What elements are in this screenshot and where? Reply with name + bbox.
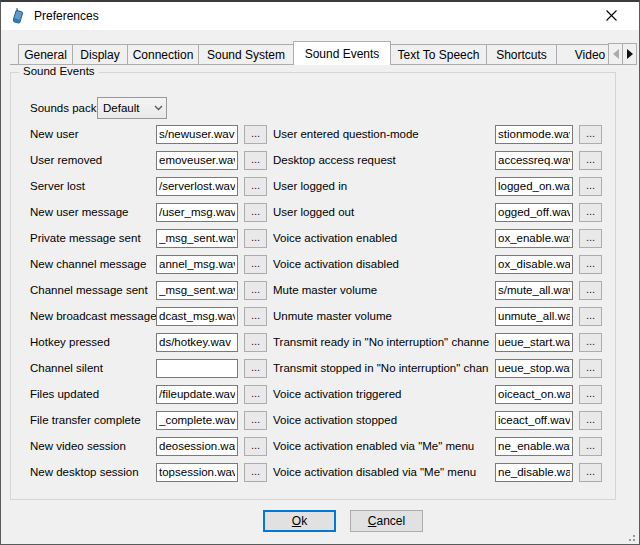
tab-shortcuts[interactable]: Shortcuts [486, 44, 557, 65]
browse-button[interactable]: ... [579, 203, 602, 222]
sound-file-input[interactable] [495, 385, 573, 404]
sounds-pack-select[interactable]: Default [97, 97, 167, 119]
event-label: Transmit stopped in "No interruption" ch… [273, 362, 489, 374]
browse-button[interactable]: ... [244, 125, 267, 144]
browse-button[interactable]: ... [579, 281, 602, 300]
ok-button[interactable]: Ok [263, 510, 336, 532]
browse-button[interactable]: ... [579, 437, 602, 456]
tab-text-to-speech[interactable]: Text To Speech [390, 44, 487, 65]
browse-button[interactable]: ... [579, 385, 602, 404]
browse-button[interactable]: ... [244, 463, 267, 482]
event-label: New user [30, 128, 156, 140]
sound-file-input[interactable] [156, 333, 238, 352]
sound-file-input[interactable] [495, 255, 573, 274]
table-row: New video session...Voice activation ena… [30, 433, 611, 459]
event-label: New desktop session [30, 466, 156, 478]
sound-file-input[interactable] [156, 307, 238, 326]
browse-button[interactable]: ... [244, 385, 267, 404]
sounds-pack-value: Default [98, 102, 150, 114]
app-icon [10, 8, 26, 24]
sound-file-input[interactable] [156, 359, 238, 378]
tab-connection[interactable]: Connection [127, 44, 199, 65]
browse-button[interactable]: ... [244, 255, 267, 274]
tab-sound-events[interactable]: Sound Events [293, 41, 391, 65]
sound-file-input[interactable] [156, 463, 238, 482]
sound-file-input[interactable] [495, 203, 573, 222]
sound-file-input[interactable] [156, 437, 238, 456]
sound-file-input[interactable] [156, 411, 238, 430]
sound-file-input[interactable] [156, 281, 238, 300]
tab-video[interactable]: Video [556, 44, 611, 65]
event-label: Unmute master volume [273, 310, 489, 322]
browse-button[interactable]: ... [244, 307, 267, 326]
sound-file-input[interactable] [495, 177, 573, 196]
event-label: Mute master volume [273, 284, 489, 296]
cancel-label: ancel [376, 514, 405, 528]
browse-button[interactable]: ... [244, 203, 267, 222]
browse-button[interactable]: ... [579, 125, 602, 144]
sound-file-input[interactable] [495, 437, 573, 456]
sound-file-input[interactable] [156, 255, 238, 274]
tab-scroll-left-button[interactable] [608, 43, 623, 65]
tab-sound-system[interactable]: Sound System [198, 44, 294, 65]
sound-file-input[interactable] [156, 203, 238, 222]
browse-button[interactable]: ... [244, 411, 267, 430]
sound-file-input[interactable] [156, 125, 238, 144]
sound-file-input[interactable] [495, 463, 573, 482]
browse-button[interactable]: ... [244, 229, 267, 248]
browse-button[interactable]: ... [579, 307, 602, 326]
event-label: Voice activation stopped [273, 414, 489, 426]
event-label: Voice activation enabled via "Me" menu [273, 440, 489, 452]
window-title: Preferences [34, 2, 99, 30]
sound-file-input[interactable] [156, 151, 238, 170]
sound-events-grid: New user...User entered question-mode...… [30, 121, 611, 485]
tab-scroll-right-button[interactable] [622, 43, 637, 65]
tab-display[interactable]: Display [72, 44, 128, 65]
sound-file-input[interactable] [495, 307, 573, 326]
browse-button[interactable]: ... [244, 177, 267, 196]
event-label: User logged out [273, 206, 489, 218]
table-row: Files updated...Voice activation trigger… [30, 381, 611, 407]
sound-file-input[interactable] [495, 151, 573, 170]
browse-button[interactable]: ... [579, 177, 602, 196]
table-row: User removed...Desktop access request... [30, 147, 611, 173]
browse-button[interactable]: ... [579, 255, 602, 274]
browse-button[interactable]: ... [579, 333, 602, 352]
groupbox-title: Sound Events [19, 65, 99, 77]
table-row: New user message...User logged out... [30, 199, 611, 225]
event-label: New broadcast message [30, 310, 156, 322]
browse-button[interactable]: ... [579, 411, 602, 430]
sound-file-input[interactable] [495, 281, 573, 300]
browse-button[interactable]: ... [244, 437, 267, 456]
event-label: Voice activation disabled via "Me" menu [273, 466, 489, 478]
sound-file-input[interactable] [495, 359, 573, 378]
sound-file-input[interactable] [495, 411, 573, 430]
sound-file-input[interactable] [156, 229, 238, 248]
event-label: User removed [30, 154, 156, 166]
browse-button[interactable]: ... [244, 281, 267, 300]
browse-button[interactable]: ... [579, 463, 602, 482]
preferences-dialog: Preferences GeneralDisplayConnectionSoun… [0, 0, 640, 545]
sound-file-input[interactable] [156, 385, 238, 404]
event-label: Transmit ready in "No interruption" chan… [273, 336, 489, 348]
browse-button[interactable]: ... [579, 359, 602, 378]
cancel-button[interactable]: Cancel [350, 510, 423, 532]
browse-button[interactable]: ... [244, 151, 267, 170]
event-label: Voice activation enabled [273, 232, 489, 244]
tab-general[interactable]: General [18, 44, 73, 65]
browse-button[interactable]: ... [244, 359, 267, 378]
sound-file-input[interactable] [156, 177, 238, 196]
event-label: Private message sent [30, 232, 156, 244]
tab-scroll-buttons [608, 43, 638, 65]
ok-label-underline: O [292, 514, 301, 528]
browse-button[interactable]: ... [579, 151, 602, 170]
event-label: Files updated [30, 388, 156, 400]
event-label: New channel message [30, 258, 156, 270]
sound-file-input[interactable] [495, 333, 573, 352]
browse-button[interactable]: ... [579, 229, 602, 248]
sound-file-input[interactable] [495, 229, 573, 248]
resize-grip[interactable] [626, 531, 636, 541]
sound-file-input[interactable] [495, 125, 573, 144]
close-button[interactable] [589, 2, 633, 30]
browse-button[interactable]: ... [244, 333, 267, 352]
